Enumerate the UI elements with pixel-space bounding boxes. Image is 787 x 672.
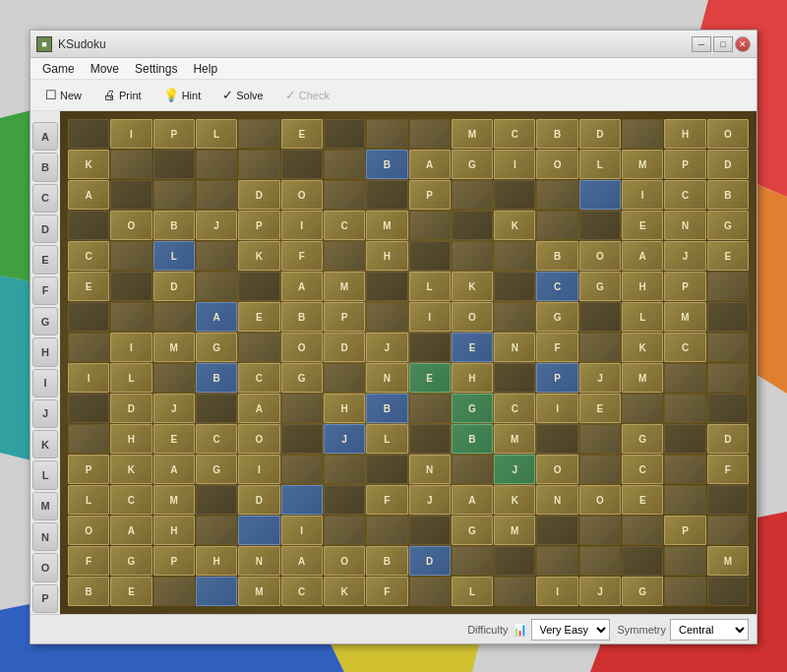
- table-row[interactable]: G: [536, 302, 577, 332]
- table-row[interactable]: O: [324, 546, 365, 576]
- table-row[interactable]: [196, 180, 237, 210]
- table-row[interactable]: N: [238, 546, 279, 576]
- table-row[interactable]: L: [366, 424, 407, 454]
- table-row[interactable]: B: [153, 211, 195, 240]
- table-row[interactable]: O: [579, 485, 621, 515]
- table-row[interactable]: P: [238, 211, 279, 240]
- table-row[interactable]: K: [494, 485, 535, 515]
- table-row[interactable]: [324, 516, 365, 545]
- table-row[interactable]: A: [409, 150, 451, 179]
- table-row[interactable]: L: [579, 150, 621, 179]
- table-row[interactable]: C: [68, 241, 109, 271]
- table-row[interactable]: [494, 363, 535, 393]
- table-row[interactable]: F: [536, 333, 577, 362]
- table-row[interactable]: [536, 180, 577, 210]
- table-row[interactable]: M: [452, 119, 493, 149]
- table-row[interactable]: L: [196, 119, 237, 149]
- table-row[interactable]: [452, 455, 493, 484]
- table-row[interactable]: [536, 424, 577, 454]
- symmetry-select[interactable]: Central None Horizontal Vertical: [670, 619, 749, 641]
- table-row[interactable]: [707, 272, 749, 301]
- table-row[interactable]: [238, 333, 279, 362]
- table-row[interactable]: [409, 211, 451, 240]
- table-row[interactable]: I: [68, 363, 109, 393]
- table-row[interactable]: [196, 577, 237, 606]
- table-row[interactable]: [196, 485, 237, 515]
- table-row[interactable]: [68, 211, 109, 240]
- table-row[interactable]: O: [68, 516, 109, 545]
- table-row[interactable]: [664, 546, 705, 576]
- hint-button[interactable]: 💡 Hint: [154, 84, 211, 106]
- table-row[interactable]: E: [238, 302, 279, 332]
- table-row[interactable]: A: [622, 241, 663, 271]
- table-row[interactable]: [494, 577, 535, 606]
- table-row[interactable]: H: [153, 516, 195, 545]
- table-row[interactable]: C: [110, 485, 151, 515]
- table-row[interactable]: O: [536, 150, 577, 179]
- table-row[interactable]: J: [494, 455, 535, 484]
- print-button[interactable]: 🖨 Print: [94, 84, 151, 106]
- table-row[interactable]: [196, 241, 237, 271]
- menu-help[interactable]: Help: [185, 60, 225, 78]
- table-row[interactable]: J: [409, 485, 451, 515]
- table-row[interactable]: E: [622, 211, 663, 240]
- table-row[interactable]: H: [366, 241, 407, 271]
- table-row[interactable]: [238, 150, 279, 179]
- table-row[interactable]: I: [409, 302, 451, 332]
- table-row[interactable]: H: [324, 394, 365, 423]
- table-row[interactable]: [452, 241, 493, 271]
- table-row[interactable]: B: [366, 150, 407, 179]
- table-row[interactable]: [324, 241, 365, 271]
- table-row[interactable]: H: [664, 119, 705, 149]
- table-row[interactable]: [110, 150, 151, 179]
- new-button[interactable]: ☐ New: [36, 84, 91, 106]
- table-row[interactable]: [409, 241, 451, 271]
- table-row[interactable]: P: [664, 150, 705, 179]
- table-row[interactable]: J: [324, 424, 365, 454]
- table-row[interactable]: H: [452, 363, 493, 393]
- table-row[interactable]: D: [110, 394, 151, 423]
- table-row[interactable]: G: [707, 211, 749, 240]
- table-row[interactable]: [452, 546, 493, 576]
- table-row[interactable]: G: [622, 424, 663, 454]
- table-row[interactable]: J: [153, 394, 195, 423]
- table-row[interactable]: [707, 363, 749, 393]
- table-row[interactable]: [366, 302, 407, 332]
- table-row[interactable]: [409, 516, 451, 545]
- table-row[interactable]: [664, 424, 705, 454]
- table-row[interactable]: P: [664, 272, 705, 301]
- table-row[interactable]: C: [281, 577, 323, 606]
- table-row[interactable]: N: [536, 485, 577, 515]
- table-row[interactable]: E: [707, 241, 749, 271]
- table-row[interactable]: A: [68, 180, 109, 210]
- table-row[interactable]: K: [110, 455, 151, 484]
- table-row[interactable]: [110, 272, 151, 301]
- table-row[interactable]: K: [68, 150, 109, 179]
- table-row[interactable]: O: [238, 424, 279, 454]
- table-row[interactable]: [579, 516, 621, 545]
- table-row[interactable]: [196, 272, 237, 301]
- table-row[interactable]: [366, 516, 407, 545]
- table-row[interactable]: [452, 180, 493, 210]
- table-row[interactable]: P: [409, 180, 451, 210]
- table-row[interactable]: M: [494, 516, 535, 545]
- table-row[interactable]: G: [452, 516, 493, 545]
- table-row[interactable]: M: [622, 150, 663, 179]
- table-row[interactable]: A: [196, 302, 237, 332]
- table-row[interactable]: [536, 211, 577, 240]
- table-row[interactable]: M: [366, 211, 407, 240]
- table-row[interactable]: I: [622, 180, 663, 210]
- table-row[interactable]: C: [238, 363, 279, 393]
- table-row[interactable]: G: [622, 577, 663, 606]
- menu-settings[interactable]: Settings: [127, 60, 185, 78]
- table-row[interactable]: B: [366, 546, 407, 576]
- table-row[interactable]: [409, 394, 451, 423]
- table-row[interactable]: [153, 180, 195, 210]
- table-row[interactable]: I: [281, 211, 323, 240]
- table-row[interactable]: C: [196, 424, 237, 454]
- table-row[interactable]: C: [664, 333, 705, 362]
- table-row[interactable]: G: [579, 272, 621, 301]
- table-row[interactable]: A: [281, 272, 323, 301]
- table-row[interactable]: E: [409, 363, 451, 393]
- table-row[interactable]: I: [281, 516, 323, 545]
